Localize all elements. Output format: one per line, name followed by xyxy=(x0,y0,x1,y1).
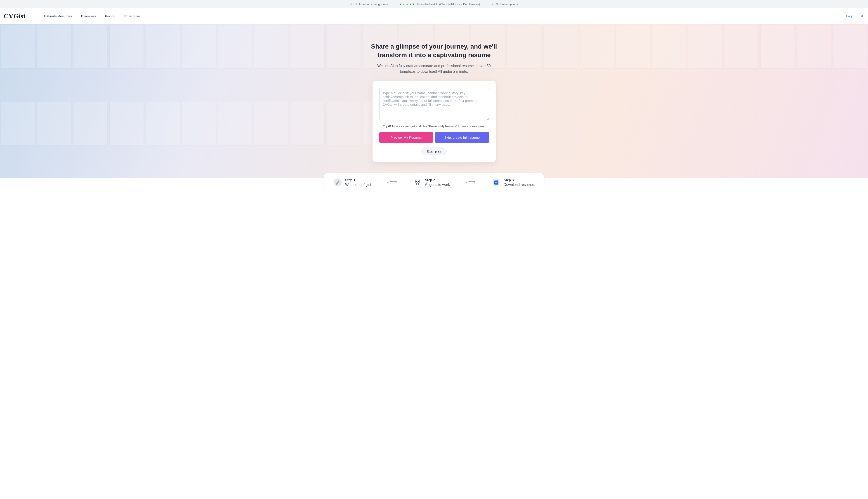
banner-text-1: No time-consuming forms xyxy=(355,2,388,6)
step-1-text: Step 1 Write a brief gist xyxy=(345,178,371,187)
form-card: Try it! Type a career gist and click "Pr… xyxy=(372,81,496,162)
banner-item-forms: ✓ No time-consuming forms xyxy=(350,2,388,6)
step-2-desc: AI goes to work xyxy=(425,183,450,187)
login-link[interactable]: Login xyxy=(846,14,854,18)
svg-point-4 xyxy=(418,181,419,182)
nav-link-examples[interactable]: Examples xyxy=(81,14,96,18)
step-2-text: Step 2 AI goes to work xyxy=(425,178,450,187)
stars-icon: ★★★★★ xyxy=(400,2,415,6)
banner-item-subscriptions: ✓ No Subscriptions xyxy=(491,2,518,6)
gist-input[interactable] xyxy=(379,88,489,120)
step-1-title: Step 1 xyxy=(345,178,371,182)
skip-create-button[interactable]: Skip, create full resume xyxy=(435,132,489,143)
theme-toggle-button[interactable] xyxy=(860,14,864,18)
nav-link-resumes[interactable]: 1-Minute Resumes xyxy=(44,14,72,18)
logo[interactable]: CVGist xyxy=(4,12,25,20)
step-2-title: Step 2 xyxy=(425,178,450,182)
hero-section: Share a glimpse of your journey, and we'… xyxy=(0,24,868,178)
steps-bar: Step 1 Write a brief gist Step 2 AI goes… xyxy=(324,173,544,191)
step-3: W Step 3 Download resumes xyxy=(492,178,535,187)
examples-button[interactable]: Examples xyxy=(421,147,447,155)
try-rest: Type a career gist and click "Preview My… xyxy=(391,124,485,128)
try-it-text: Try it! Type a career gist and click "Pr… xyxy=(379,124,489,128)
button-row: Preview My Resume Skip, create full resu… xyxy=(379,132,489,143)
check-icon: ✓ xyxy=(491,2,494,6)
step-1: Step 1 Write a brief gist xyxy=(333,178,371,187)
svg-rect-2 xyxy=(416,180,419,183)
banner-item-ai: ★★★★★ Uses the best AI (ChatGPT4 + Our D… xyxy=(400,2,480,6)
robot-icon xyxy=(413,178,422,186)
arrow-icon xyxy=(387,180,398,185)
try-bold: Try it! xyxy=(383,124,391,128)
step-3-desc: Download resumes xyxy=(504,183,535,187)
svg-text:W: W xyxy=(495,181,498,184)
step-2: Step 2 AI goes to work xyxy=(413,178,450,187)
pencil-icon xyxy=(333,178,342,186)
hero-content: Share a glimpse of your journey, and we'… xyxy=(366,42,502,162)
top-banner: ✓ No time-consuming forms ★★★★★ Uses the… xyxy=(0,0,868,8)
banner-text-3: No Subscriptions xyxy=(496,2,518,6)
svg-point-3 xyxy=(417,181,417,182)
arrow-icon xyxy=(465,180,476,185)
preview-resume-button[interactable]: Preview My Resume xyxy=(379,132,433,143)
sun-icon xyxy=(860,14,864,18)
navbar: CVGist 1-Minute Resumes Examples Pricing… xyxy=(0,8,868,24)
document-icon: W xyxy=(492,178,500,186)
nav-links: 1-Minute Resumes Examples Pricing Enterp… xyxy=(44,14,140,18)
step-3-text: Step 3 Download resumes xyxy=(504,178,535,187)
svg-point-0 xyxy=(861,15,863,16)
nav-right: Login xyxy=(846,14,864,18)
nav-link-enterprise[interactable]: Enterprise xyxy=(124,14,140,18)
banner-text-2: Uses the best AI (ChatGPT4 + Our Doc Cre… xyxy=(417,2,480,6)
nav-link-pricing[interactable]: Pricing xyxy=(105,14,115,18)
step-3-title: Step 3 xyxy=(504,178,535,182)
check-icon: ✓ xyxy=(350,2,353,6)
step-1-desc: Write a brief gist xyxy=(345,183,371,187)
hero-subtitle: We use AI to fully craft an accurate and… xyxy=(366,63,502,75)
hero-title: Share a glimpse of your journey, and we'… xyxy=(366,42,502,59)
